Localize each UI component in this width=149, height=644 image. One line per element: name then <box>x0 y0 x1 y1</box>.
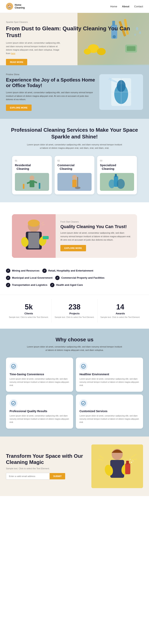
stat-clients-desc: Sample text. Click to select the Text El… <box>8 316 50 319</box>
nav-about[interactable]: About <box>122 5 129 8</box>
quality-section: Fresh Start Cleaners Quality Cleaning Yo… <box>12 214 137 258</box>
transform-section: Transform Your Space with Our Cleaning M… <box>0 436 149 496</box>
tag-municipal-label: Municipal and Local Government <box>12 276 52 279</box>
nav-contact[interactable]: Contact <box>134 5 143 8</box>
quality-cta-button[interactable]: EXPLORE MORE <box>60 245 86 251</box>
tag-check-1: ✓ <box>6 268 10 273</box>
tag-check-2: ✓ <box>42 268 47 273</box>
tag-municipal: ✓ Municipal and Local Government <box>6 276 52 280</box>
svg-point-53 <box>81 401 85 405</box>
svg-rect-59 <box>125 463 130 474</box>
tag-retail-label: Retail, Hospitality and Entertainment <box>48 269 93 272</box>
quality-tag: Fresh Start Cleaners <box>60 221 132 223</box>
svg-point-61 <box>131 462 132 463</box>
why-desc-healthier: Lorem ipsum dolor sit amet, consectetur … <box>79 378 139 387</box>
why-icon-healthier <box>79 362 87 370</box>
why-heading: Why choose us <box>6 336 143 343</box>
spotless-illustration <box>99 74 143 110</box>
why-title-customized: Customized Services <box>79 410 139 413</box>
service-image-3 <box>100 173 134 191</box>
service-card-specialized: 03 SpecializedCleaning <box>97 156 137 194</box>
logo: 🏠 Home Cleaning <box>6 3 25 10</box>
why-desc-timesaving: Lorem ipsum dolor sit amet, consectetur … <box>10 378 70 387</box>
submit-button[interactable]: SUBMIT <box>50 473 65 480</box>
service-num-1: 01 <box>15 160 17 162</box>
svg-rect-29 <box>39 183 40 189</box>
svg-point-64 <box>130 459 131 460</box>
svg-point-34 <box>75 187 80 189</box>
why-section: Why choose us Lorem ipsum dolor sit amet… <box>0 329 149 436</box>
why-card-quality: Professional Quality Results Lorem ipsum… <box>6 394 73 428</box>
service-card-commercial: 02 CommercialCleaning <box>55 156 94 194</box>
hero-body: Lorem ipsum dolor sit amet, consectetur … <box>6 41 62 55</box>
email-input[interactable] <box>6 473 50 480</box>
tag-check-6: ✓ <box>50 283 54 287</box>
stat-projects-num: 238 <box>54 303 95 311</box>
why-icon-timesaving <box>10 362 18 370</box>
professional-section: Professional Cleaning Services to Make Y… <box>0 119 149 202</box>
spotless-body: Lorem ipsum dolor sit amet, consectetur … <box>6 91 95 101</box>
nav-home[interactable]: Home <box>110 5 117 8</box>
why-desc-quality: Lorem ipsum dolor sit amet, consectetur … <box>10 414 70 424</box>
logo-icon: 🏠 <box>6 3 13 10</box>
why-icon-customized <box>79 399 87 407</box>
spotless-heading: Experience the Joy of a Spotless Home or… <box>6 77 95 89</box>
transform-image <box>91 444 143 488</box>
svg-point-50 <box>12 364 16 368</box>
service-title-1: ResidentialCleaning <box>15 164 31 170</box>
tag-check-5: ✓ <box>6 283 10 287</box>
stat-projects: 238 Projects Sample text. Click to selec… <box>52 299 97 323</box>
svg-point-42 <box>28 220 40 227</box>
transform-illustration <box>91 444 143 488</box>
logo-text: Home Cleaning <box>15 4 25 9</box>
svg-point-38 <box>117 179 125 189</box>
tag-check-4: ✓ <box>55 276 60 280</box>
svg-point-51 <box>81 364 85 368</box>
service-card-residential: 01 ResidentialCleaning <box>12 156 52 194</box>
transform-sub: Sample text. Click to select the Text El… <box>6 467 91 470</box>
service-image-1 <box>15 173 49 191</box>
why-title-healthier: Healthier Environment <box>79 373 139 376</box>
svg-point-39 <box>109 180 115 188</box>
tags-section: ✓ Mining and Resources ✓ Retail, Hospita… <box>0 264 149 295</box>
svg-rect-28 <box>23 184 25 189</box>
hero-tag: Sparkle Spot Cleaners <box>6 21 143 23</box>
why-title-timesaving: Time-Saving Convenience <box>10 373 70 376</box>
tag-health: ✓ Health and Aged Care <box>50 283 83 287</box>
why-desc-customized: Lorem ipsum dolor sit amet, consectetur … <box>79 414 139 424</box>
why-card-timesaving: Time-Saving Convenience Lorem ipsum dolo… <box>6 358 73 392</box>
stat-awards-desc: Sample text. Click to select the Text El… <box>99 316 141 319</box>
transform-content: Transform Your Space with Our Cleaning M… <box>6 453 91 480</box>
tag-transport-label: Transportation and Logistics <box>12 284 47 286</box>
quality-heading: Quality Cleaning You Can Trust! <box>60 224 132 229</box>
tag-transport: ✓ Transportation and Logistics <box>6 283 47 287</box>
why-icon-quality <box>10 399 18 407</box>
spotless-image <box>99 74 143 110</box>
tags-row-1: ✓ Mining and Resources ✓ Retail, Hospita… <box>6 268 143 273</box>
hero-cta-button[interactable]: READ MORE <box>6 59 27 65</box>
hero-heading: From Dust to Gleam: Quality Cleaning You… <box>6 25 143 38</box>
svg-point-31 <box>72 175 77 180</box>
why-header: Why choose us Lorem ipsum dolor sit amet… <box>6 336 143 352</box>
svg-point-62 <box>133 460 133 461</box>
spotless-tag: Pristine Shine <box>6 73 95 76</box>
stat-projects-label: Projects <box>54 312 95 315</box>
service-num-2: 02 <box>57 160 60 162</box>
tag-health-label: Health and Aged Care <box>56 284 83 286</box>
spotless-section: Pristine Shine Experience the Joy of a S… <box>0 65 149 119</box>
tags-row-3: ✓ Transportation and Logistics ✓ Health … <box>6 283 143 287</box>
service-image-2 <box>57 173 92 191</box>
svg-rect-60 <box>126 461 129 464</box>
tag-commercial-label: Commercial Property and Facilities <box>61 276 104 279</box>
svg-rect-32 <box>72 180 77 187</box>
quality-illustration <box>12 214 56 258</box>
service-cards: 01 ResidentialCleaning <box>6 156 143 194</box>
stats-section: 5k Clients Sample text. Click to select … <box>0 295 149 329</box>
stat-awards: 14 Awards Sample text. Click to select t… <box>98 299 143 323</box>
hero-link[interactable]: here <box>11 52 15 54</box>
stat-awards-label: Awards <box>99 312 141 315</box>
spotless-cta-button[interactable]: EXPLORE MORE <box>6 104 32 111</box>
tags-row-2: ✓ Municipal and Local Government ✓ Comme… <box>6 276 143 280</box>
svg-line-68 <box>131 459 137 460</box>
hero-section: Sparkle Spot Cleaners From Dust to Gleam… <box>0 13 149 65</box>
